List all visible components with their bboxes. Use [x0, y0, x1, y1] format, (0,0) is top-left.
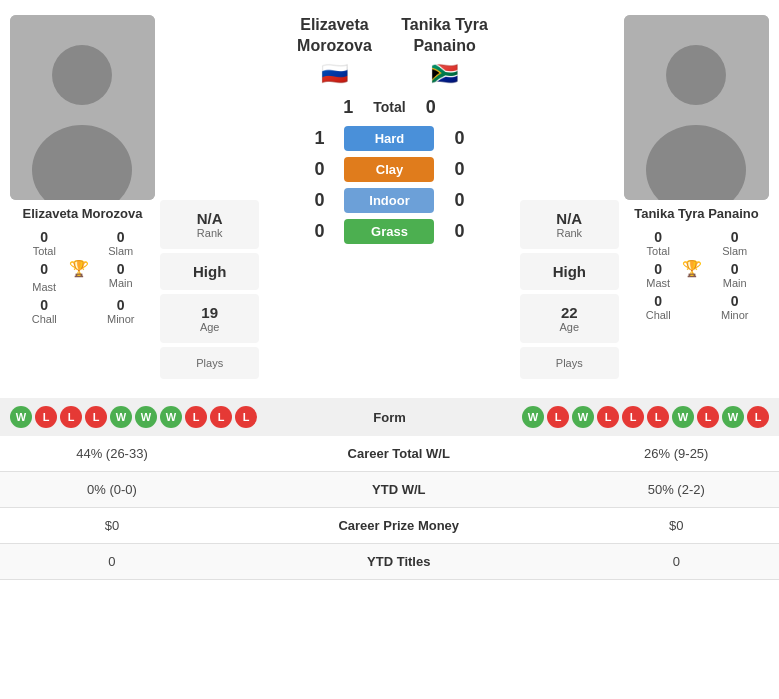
form-bubble: W: [722, 406, 744, 428]
main-card: Elizaveta Morozova 0 Total 0 Slam 0 Mast…: [0, 0, 779, 398]
clay-row: 0 Clay 0: [269, 157, 509, 182]
stats-row: 44% (26-33) Career Total W/L 26% (9-25): [0, 436, 779, 472]
player2-chall: 0 Chall: [624, 293, 693, 321]
player1-main: 🏆 0 Main: [87, 261, 156, 293]
trophy1-icon: 🏆: [69, 259, 89, 278]
player2-title: Tanika Tyra Panaino 🇿🇦: [390, 15, 500, 87]
player1-stats: 0 Total 0 Slam 0 Mast 🏆 0 Main 0: [10, 229, 155, 325]
svg-point-1: [52, 45, 112, 105]
player1-high-block: High: [160, 253, 259, 290]
middle-section: Elizaveta Morozova 🇷🇺 Tanika Tyra Panain…: [264, 15, 514, 244]
stat-label: Career Total W/L: [224, 436, 574, 472]
form-bubble: L: [85, 406, 107, 428]
stat-p2: 26% (9-25): [574, 436, 779, 472]
form-bubble: L: [210, 406, 232, 428]
grass-row: 0 Grass 0: [269, 219, 509, 244]
player1-slam: 0 Slam: [87, 229, 156, 257]
player1-chall: 0 Chall: [10, 297, 79, 325]
clay-badge: Clay: [344, 157, 434, 182]
player1-avatar: [10, 15, 155, 200]
form-bubble: L: [647, 406, 669, 428]
form-bubble: L: [235, 406, 257, 428]
stat-p2: $0: [574, 508, 779, 544]
form-bubble: W: [160, 406, 182, 428]
player2-form: WLWLLLWLWL: [522, 406, 769, 428]
stats-row: 0 YTD Titles 0: [0, 544, 779, 580]
form-bubble: L: [597, 406, 619, 428]
hard-row: 1 Hard 0: [269, 126, 509, 151]
player1-section: Elizaveta Morozova 0 Total 0 Slam 0 Mast…: [10, 15, 155, 325]
player1-name: Elizaveta Morozova: [23, 206, 143, 221]
hard-badge: Hard: [344, 126, 434, 151]
player2-stats: 0 Total 0 Slam 0 Mast 🏆 0 Main 0: [624, 229, 769, 321]
form-bubble: W: [10, 406, 32, 428]
form-section: WLLLWWWLLL Form WLWLLLWLWL: [0, 398, 779, 436]
stat-p2: 50% (2-2): [574, 472, 779, 508]
stats-row: 0% (0-0) YTD W/L 50% (2-2): [0, 472, 779, 508]
player2-plays-block: Plays: [520, 347, 619, 379]
player2-avatar: [624, 15, 769, 200]
player2-minor: 0 Minor: [700, 293, 769, 321]
stat-label: Career Prize Money: [224, 508, 574, 544]
flag2-icon: 🇿🇦: [390, 61, 500, 87]
player2-age-block: 22 Age: [520, 294, 619, 343]
player1-rank-block: N/A Rank: [160, 200, 259, 249]
form-bubble: L: [547, 406, 569, 428]
form-bubble: L: [747, 406, 769, 428]
grass-badge: Grass: [344, 219, 434, 244]
player1-title: Elizaveta Morozova 🇷🇺: [279, 15, 389, 87]
player1-total: 0 Total: [10, 229, 79, 257]
stat-p1: 0% (0-0): [0, 472, 224, 508]
form-label: Form: [373, 410, 406, 425]
player1-form: WLLLWWWLLL: [10, 406, 257, 428]
form-bubble: W: [110, 406, 132, 428]
svg-point-4: [666, 45, 726, 105]
form-bubble: W: [572, 406, 594, 428]
form-bubble: L: [697, 406, 719, 428]
form-bubble: L: [622, 406, 644, 428]
stats-table: 44% (26-33) Career Total W/L 26% (9-25) …: [0, 436, 779, 580]
center-left: N/A Rank High 19 Age Plays: [155, 15, 264, 383]
surface-rows: 1 Hard 0 0 Clay 0 0 Indoor 0 0 Grass: [269, 126, 509, 244]
stat-p1: $0: [0, 508, 224, 544]
stat-p1: 44% (26-33): [0, 436, 224, 472]
player2-total: 0 Total: [624, 229, 693, 257]
form-bubble: L: [185, 406, 207, 428]
form-bubble: W: [135, 406, 157, 428]
indoor-row: 0 Indoor 0: [269, 188, 509, 213]
player1-age-block: 19 Age: [160, 294, 259, 343]
player2-name: Tanika Tyra Panaino: [634, 206, 759, 221]
stat-p2: 0: [574, 544, 779, 580]
total-row: 1 Total 0: [269, 97, 509, 118]
player2-rank-block: N/A Rank: [520, 200, 619, 249]
center-right: N/A Rank High 22 Age Plays: [515, 15, 624, 383]
stats-row: $0 Career Prize Money $0: [0, 508, 779, 544]
form-bubble: L: [60, 406, 82, 428]
form-bubble: W: [522, 406, 544, 428]
flag1-icon: 🇷🇺: [279, 61, 389, 87]
stat-p1: 0: [0, 544, 224, 580]
player2-high-block: High: [520, 253, 619, 290]
player1-plays-block: Plays: [160, 347, 259, 379]
player2-main: 🏆 0 Main: [700, 261, 769, 289]
form-bubble: W: [672, 406, 694, 428]
player1-minor: 0 Minor: [87, 297, 156, 325]
indoor-badge: Indoor: [344, 188, 434, 213]
stat-label: YTD Titles: [224, 544, 574, 580]
trophy2-icon: 🏆: [682, 259, 702, 278]
player2-section: Tanika Tyra Panaino 0 Total 0 Slam 0 Mas…: [624, 15, 769, 321]
form-bubble: L: [35, 406, 57, 428]
player2-slam: 0 Slam: [700, 229, 769, 257]
stat-label: YTD W/L: [224, 472, 574, 508]
